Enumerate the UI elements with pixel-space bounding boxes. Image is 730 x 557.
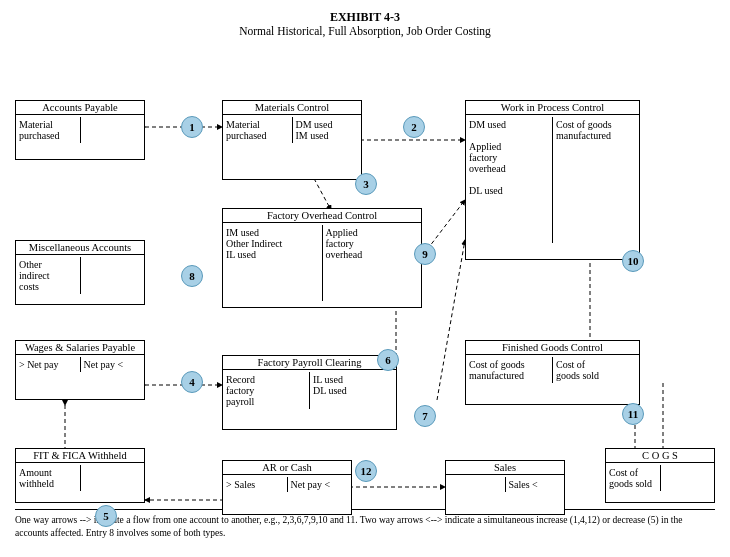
foh-control-box: Factory Overhead Control IM used Other I…	[222, 208, 422, 308]
title-area: EXHIBIT 4-3 Normal Historical, Full Abso…	[15, 10, 715, 37]
circle-1: 1	[181, 116, 203, 138]
sales-left	[446, 477, 506, 492]
circle-3: 3	[355, 173, 377, 195]
misc-accounts-box: Miscellaneous Accounts Otherindirectcost…	[15, 240, 145, 305]
wip-title: Work in Process Control	[466, 101, 639, 115]
arc-title: AR or Cash	[223, 461, 351, 475]
sales-right: Sales <	[506, 477, 565, 492]
ar-cash-box: AR or Cash > Sales Net pay <	[222, 460, 352, 515]
circle-2: 2	[403, 116, 425, 138]
svg-line-4	[437, 240, 465, 400]
ap-left: Materialpurchased	[16, 117, 81, 143]
diagram: Materials Control (bidirectional) --> WI…	[15, 45, 715, 505]
footer-text: One way arrows --> indicate a flow from …	[15, 509, 715, 541]
fg-right: Cost ofgoods sold	[553, 357, 639, 383]
pc-right: IL usedDL used	[310, 372, 396, 409]
misc-right	[81, 257, 145, 294]
circle-5: 5	[95, 505, 117, 527]
cogs-title: C O G S	[606, 449, 714, 463]
circle-9: 9	[414, 243, 436, 265]
wip-left: DM used Appliedfactoryoverhead DL used	[466, 117, 553, 243]
circle-10: 10	[622, 250, 644, 272]
ap-title: Accounts Payable	[16, 101, 144, 115]
cogs-box: C O G S Cost ofgoods sold	[605, 448, 715, 503]
fg-title: Finished Goods Control	[466, 341, 639, 355]
wages-left: > Net pay	[16, 357, 81, 372]
pc-left: Recordfactorypayroll	[223, 372, 310, 409]
fg-left: Cost of goodsmanufactured	[466, 357, 553, 383]
wages-box: Wages & Salaries Payable > Net pay Net p…	[15, 340, 145, 400]
page: EXHIBIT 4-3 Normal Historical, Full Abso…	[0, 0, 730, 549]
finished-goods-box: Finished Goods Control Cost of goodsmanu…	[465, 340, 640, 405]
ff-left: Amountwithheld	[16, 465, 81, 491]
fit-fica-box: FIT & FICA Withheld Amountwithheld	[15, 448, 145, 503]
ap-right	[81, 117, 145, 143]
foh-title: Factory Overhead Control	[223, 209, 421, 223]
circle-6: 6	[377, 349, 399, 371]
foh-right: Appliedfactoryoverhead	[323, 225, 422, 301]
sales-title: Sales	[446, 461, 564, 475]
wip-control-box: Work in Process Control DM used Appliedf…	[465, 100, 640, 260]
sales-box: Sales Sales <	[445, 460, 565, 515]
cogs-right	[661, 465, 715, 491]
ff-title: FIT & FICA Withheld	[16, 449, 144, 463]
wip-right: Cost of goodsmanufactured	[553, 117, 639, 243]
circle-4: 4	[181, 371, 203, 393]
exhibit-subtitle: Normal Historical, Full Absorption, Job …	[15, 25, 715, 37]
wages-right: Net pay <	[81, 357, 145, 372]
pc-title: Factory Payroll Clearing	[223, 356, 396, 370]
circle-8: 8	[181, 265, 203, 287]
circle-11: 11	[622, 403, 644, 425]
arc-left: > Sales	[223, 477, 288, 492]
exhibit-title: EXHIBIT 4-3	[15, 10, 715, 25]
misc-left: Otherindirectcosts	[16, 257, 81, 294]
misc-title: Miscellaneous Accounts	[16, 241, 144, 255]
mc-title: Materials Control	[223, 101, 361, 115]
materials-control-box: Materials Control Materialpurchased DM u…	[222, 100, 362, 180]
mc-left: Materialpurchased	[223, 117, 293, 143]
mc-right: DM usedIM used	[293, 117, 362, 143]
wages-title: Wages & Salaries Payable	[16, 341, 144, 355]
circle-7: 7	[414, 405, 436, 427]
circle-12: 12	[355, 460, 377, 482]
payroll-clearing-box: Factory Payroll Clearing Recordfactorypa…	[222, 355, 397, 430]
arc-right: Net pay <	[288, 477, 352, 492]
foh-left: IM used Other Indirect IL used	[223, 225, 323, 301]
accounts-payable-box: Accounts Payable Materialpurchased	[15, 100, 145, 160]
cogs-left: Cost ofgoods sold	[606, 465, 661, 491]
ff-right	[81, 465, 145, 491]
